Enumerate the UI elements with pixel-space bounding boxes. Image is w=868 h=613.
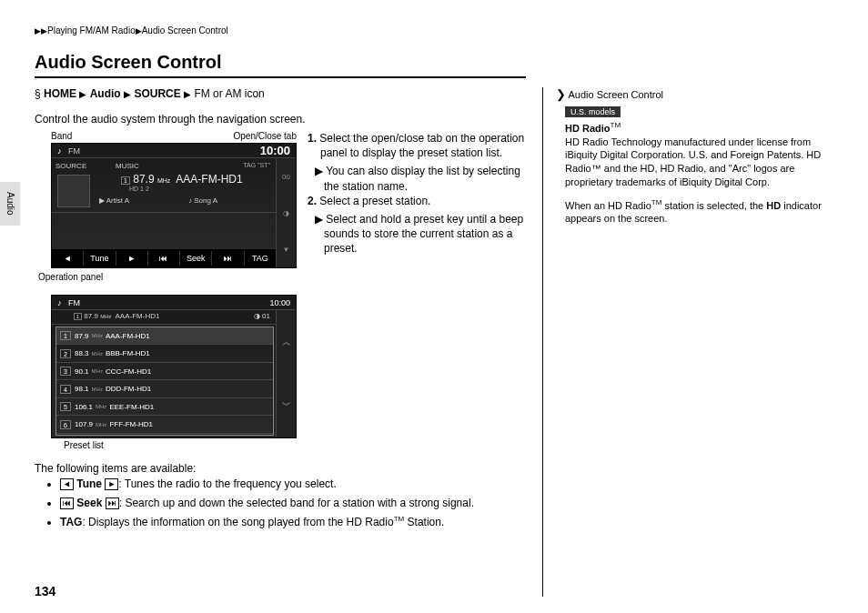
side-tab-audio: Audio bbox=[0, 182, 20, 226]
preset-row[interactable]: 390.1MHzCCC-FM-HD1 bbox=[56, 363, 273, 380]
sidebar: ❯ Audio Screen Control U.S. models HD Ra… bbox=[542, 87, 833, 597]
now-playing: 1 87.9 MHz AAA-FM-HD1 ◑ 01 bbox=[52, 310, 296, 325]
callout-open-close: Open/Close tab bbox=[234, 131, 298, 141]
page-number: 134 bbox=[35, 584, 56, 598]
sidebar-para1: HD Radio Technology manufactured under l… bbox=[565, 136, 833, 189]
sidebar-para2: When an HD RadioTM station is selected, … bbox=[565, 198, 833, 226]
artist-label: ▶ Artist A bbox=[99, 196, 129, 205]
tune-left-icon: ◄ bbox=[60, 478, 74, 490]
breadcrumb-sub: Audio Screen Control bbox=[142, 25, 228, 35]
clock-2: 10:00 bbox=[269, 298, 290, 307]
seek-prev-icon[interactable]: ⏮ bbox=[148, 251, 180, 266]
open-close-tab[interactable]: 00◑▼ bbox=[276, 158, 296, 267]
nav-path: § HOME ▶ Audio ▶ SOURCE ▶ FM or AM icon bbox=[35, 87, 526, 100]
page-title: Audio Screen Control bbox=[35, 52, 526, 78]
seek-right-icon: ⏭ bbox=[106, 497, 119, 509]
seek-left-icon: ⏮ bbox=[60, 497, 74, 509]
radio-screen-2: ♪ FM 10:00 1 87.9 MHz AAA-FM-HD1 ◑ 01 ︽︾… bbox=[51, 295, 297, 438]
us-models-badge: U.S. models bbox=[565, 106, 621, 117]
breadcrumb: ▶▶Playing FM/AM Radio▶Audio Screen Contr… bbox=[35, 25, 833, 35]
band-label-2: FM bbox=[68, 298, 80, 307]
preset-row[interactable]: 498.1MHzDDD-FM-HD1 bbox=[56, 380, 273, 397]
hd-indicator: HD 1 2 bbox=[129, 186, 149, 192]
clock: 10:00 bbox=[260, 144, 290, 157]
frequency: 1 87.9 MHz AAA-FM-HD1 bbox=[121, 173, 243, 186]
tune-button[interactable]: Tune bbox=[84, 251, 116, 266]
album-art bbox=[57, 175, 90, 207]
tune-prev-icon[interactable]: ◄ bbox=[52, 251, 84, 266]
song-label: ♪ Song A bbox=[188, 196, 217, 205]
source-label: SOURCE bbox=[56, 162, 86, 170]
tag-st: TAG "ST" bbox=[243, 162, 270, 168]
preset-row[interactable]: 288.3MHzBBB-FM-HD1 bbox=[56, 345, 273, 362]
radio-screen-1: ♪ FM 10:00 SOURCE MUSIC TAG "ST" 1 87.9 … bbox=[51, 143, 297, 268]
preset-row[interactable]: 5106.1MHzEEE-FM-HD1 bbox=[56, 398, 273, 416]
scroll-down-icon[interactable]: ︾ bbox=[282, 399, 291, 412]
sidebar-heading: ❯ Audio Screen Control bbox=[556, 87, 833, 101]
intro-text: Control the audio system through the nav… bbox=[35, 113, 526, 126]
breadcrumb-section: Playing FM/AM Radio bbox=[47, 25, 136, 35]
seek-next-icon[interactable]: ⏭ bbox=[212, 251, 244, 266]
seek-button[interactable]: Seek bbox=[180, 251, 212, 266]
callout-band: Band bbox=[51, 131, 72, 141]
callout-operation-panel: Operation panel bbox=[38, 272, 298, 282]
band-label: FM bbox=[68, 146, 80, 156]
callout-preset-list: Preset list bbox=[64, 440, 298, 450]
tag-button[interactable]: TAG bbox=[245, 251, 276, 266]
tune-next-icon[interactable]: ► bbox=[116, 251, 148, 266]
instructions: 1. Select the open/close tab on the oper… bbox=[308, 131, 526, 450]
preset-row[interactable]: 6107.9MHzFFF-FM-HD1 bbox=[56, 416, 273, 433]
tune-right-icon: ► bbox=[105, 478, 118, 490]
operation-panel: ◄ Tune ► ⏮ Seek ⏭ TAG bbox=[52, 249, 276, 267]
scroll-up-icon[interactable]: ︽ bbox=[282, 336, 291, 348]
available-items: The following items are available: ◄ Tun… bbox=[35, 461, 526, 530]
music-label: MUSIC bbox=[116, 162, 139, 170]
preset-list: 187.9MHzAAA-FM-HD1 288.3MHzBBB-FM-HD1 39… bbox=[56, 327, 274, 436]
preset-row[interactable]: 187.9MHzAAA-FM-HD1 bbox=[56, 327, 273, 345]
